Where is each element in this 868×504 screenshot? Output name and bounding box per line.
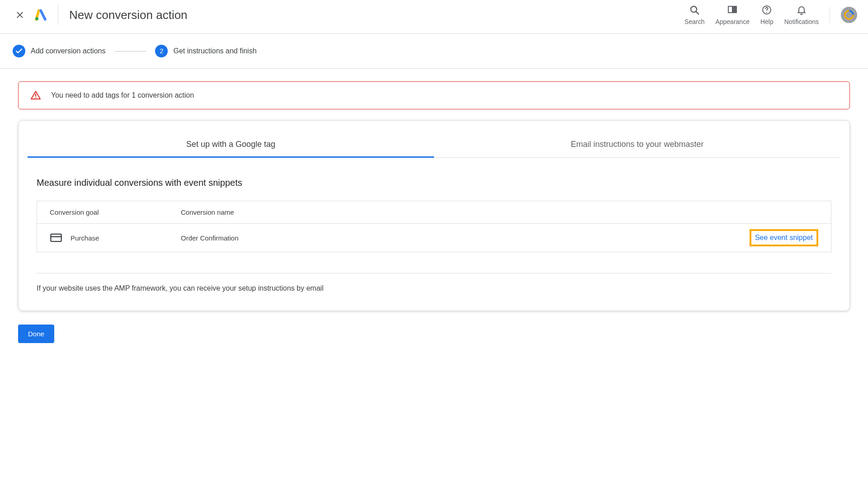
page-title: New conversion action (69, 8, 188, 22)
step-1[interactable]: Add conversion actions (13, 45, 105, 57)
help-icon (761, 5, 772, 15)
alert-text: You need to add tags for 1 conversion ac… (51, 91, 194, 99)
tab-email-webmaster[interactable]: Email instructions to your webmaster (434, 140, 840, 157)
step-1-circle (13, 45, 25, 57)
col-header-name: Conversion name (181, 208, 719, 216)
close-button[interactable] (11, 6, 29, 24)
conversions-table: Conversion goal Conversion name Purchase… (37, 201, 831, 252)
step-2-label: Get instructions and finish (173, 47, 256, 55)
help-label: Help (760, 18, 774, 25)
appearance-label: Appearance (715, 18, 750, 25)
search-button[interactable]: Search (684, 5, 704, 25)
table-header: Conversion goal Conversion name (37, 201, 831, 224)
avatar[interactable] (841, 7, 857, 23)
svg-rect-6 (732, 6, 736, 13)
header-nav: Search Appearance Help Notifications (684, 5, 857, 25)
tab-google-tag[interactable]: Set up with a Google tag (28, 140, 434, 157)
notifications-label: Notifications (784, 18, 819, 25)
google-ads-logo (34, 9, 47, 21)
svg-rect-12 (51, 234, 61, 241)
check-icon (15, 47, 23, 55)
search-icon (689, 5, 700, 15)
bell-icon (796, 5, 807, 15)
alert-banner: You need to add tags for 1 conversion ac… (18, 81, 850, 109)
col-header-goal: Conversion goal (50, 208, 181, 216)
appearance-icon (727, 5, 738, 15)
step-1-label: Add conversion actions (31, 47, 105, 55)
header: New conversion action Search Appearance … (0, 0, 868, 34)
close-icon (15, 10, 25, 20)
google-ads-logo-icon (34, 9, 47, 21)
highlighted-action: See event snippet (750, 229, 818, 246)
see-event-snippet-link[interactable]: See event snippet (755, 234, 813, 241)
step-2[interactable]: 2 Get instructions and finish (155, 45, 256, 57)
divider (37, 273, 831, 273)
card: Set up with a Google tag Email instructi… (18, 120, 850, 311)
cell-name: Order Confirmation (181, 234, 719, 242)
stepper: Add conversion actions 2 Get instruction… (0, 34, 868, 69)
avatar-icon (843, 9, 855, 21)
svg-point-2 (35, 17, 38, 20)
search-label: Search (684, 18, 704, 25)
step-2-circle: 2 (155, 45, 168, 57)
svg-line-4 (696, 12, 699, 14)
section-title: Measure individual conversions with even… (37, 178, 831, 188)
tabs: Set up with a Google tag Email instructi… (28, 140, 840, 158)
content: You need to add tags for 1 conversion ac… (0, 69, 868, 358)
svg-point-11 (35, 97, 36, 98)
divider (58, 5, 58, 25)
appearance-button[interactable]: Appearance (715, 5, 750, 25)
cell-goal: Purchase (71, 234, 99, 242)
done-button[interactable]: Done (18, 325, 54, 343)
notifications-button[interactable]: Notifications (784, 5, 819, 25)
table-row: Purchase Order Confirmation See event sn… (37, 224, 831, 252)
warning-icon (30, 90, 41, 101)
credit-card-icon (50, 231, 62, 244)
svg-point-8 (766, 12, 767, 13)
help-button[interactable]: Help (760, 5, 774, 25)
divider (830, 7, 830, 23)
step-connector (114, 51, 146, 52)
amp-note: If your website uses the AMP framework, … (37, 284, 831, 292)
